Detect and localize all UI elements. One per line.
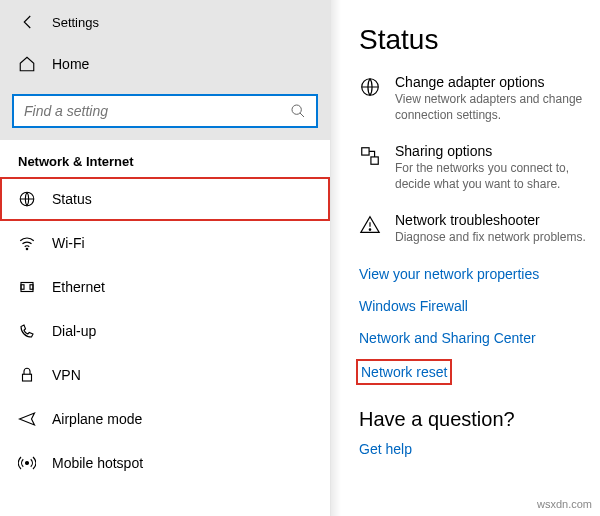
svg-rect-10 (371, 157, 378, 164)
sidebar-item-label: Status (52, 191, 92, 207)
settings-app: Settings Home Network & Internet Status (0, 0, 600, 516)
svg-rect-4 (21, 285, 24, 290)
option-desc: Diagnose and fix network problems. (395, 230, 586, 246)
svg-point-2 (26, 248, 28, 250)
link-network-reset[interactable]: Network reset (359, 362, 449, 382)
section-title: Network & Internet (0, 140, 330, 177)
svg-rect-5 (30, 285, 33, 290)
airplane-icon (18, 410, 36, 428)
svg-rect-3 (21, 283, 33, 292)
titlebar: Settings (0, 0, 330, 44)
sidebar-item-wifi[interactable]: Wi-Fi (0, 221, 330, 265)
svg-point-11 (369, 229, 370, 230)
svg-point-7 (26, 462, 29, 465)
svg-point-0 (292, 105, 301, 114)
home-label: Home (52, 56, 89, 72)
nav-list: Status Wi-Fi Ethernet Dial-up (0, 177, 330, 485)
search-input[interactable] (24, 103, 290, 119)
option-title: Sharing options (395, 143, 600, 159)
ethernet-icon (18, 278, 36, 296)
vpn-icon (18, 366, 36, 384)
back-button[interactable] (8, 0, 48, 44)
page-title: Status (359, 24, 600, 56)
option-adapter[interactable]: Change adapter options View network adap… (359, 74, 600, 123)
svg-rect-9 (362, 148, 369, 155)
sidebar-item-label: Dial-up (52, 323, 96, 339)
sidebar: Settings Home Network & Internet Status (0, 0, 330, 516)
sidebar-item-dialup[interactable]: Dial-up (0, 309, 330, 353)
back-arrow-icon (19, 13, 37, 31)
link-properties[interactable]: View your network properties (359, 266, 600, 282)
sidebar-item-ethernet[interactable]: Ethernet (0, 265, 330, 309)
option-title: Change adapter options (395, 74, 600, 90)
sidebar-item-status[interactable]: Status (0, 177, 330, 221)
option-desc: View network adapters and change connect… (395, 92, 600, 123)
svg-rect-6 (23, 374, 32, 381)
content-panel: Status Change adapter options View netwo… (330, 0, 600, 516)
search-icon (290, 103, 306, 119)
sidebar-item-label: Airplane mode (52, 411, 142, 427)
option-troubleshooter[interactable]: Network troubleshooter Diagnose and fix … (359, 212, 600, 246)
sidebar-item-hotspot[interactable]: Mobile hotspot (0, 441, 330, 485)
phone-icon (18, 322, 36, 340)
question-heading: Have a question? (359, 408, 600, 431)
search-wrap (0, 84, 330, 140)
sidebar-item-label: Ethernet (52, 279, 105, 295)
option-sharing[interactable]: Sharing options For the networks you con… (359, 143, 600, 192)
watermark: wsxdn.com (537, 498, 592, 510)
link-firewall[interactable]: Windows Firewall (359, 298, 600, 314)
home-icon (18, 55, 36, 73)
option-title: Network troubleshooter (395, 212, 586, 228)
link-sharing-center[interactable]: Network and Sharing Center (359, 330, 600, 346)
sidebar-item-label: Mobile hotspot (52, 455, 143, 471)
sidebar-item-label: Wi-Fi (52, 235, 85, 251)
home-row[interactable]: Home (0, 44, 330, 84)
wifi-icon (18, 234, 36, 252)
sidebar-item-airplane[interactable]: Airplane mode (0, 397, 330, 441)
adapter-icon (359, 76, 381, 98)
link-get-help[interactable]: Get help (359, 441, 600, 457)
globe-icon (18, 190, 36, 208)
option-desc: For the networks you connect to, decide … (395, 161, 600, 192)
warning-icon (359, 214, 381, 236)
sidebar-item-vpn[interactable]: VPN (0, 353, 330, 397)
search-box[interactable] (12, 94, 318, 128)
sidebar-item-label: VPN (52, 367, 81, 383)
sharing-icon (359, 145, 381, 167)
hotspot-icon (18, 454, 36, 472)
app-title: Settings (52, 15, 99, 30)
